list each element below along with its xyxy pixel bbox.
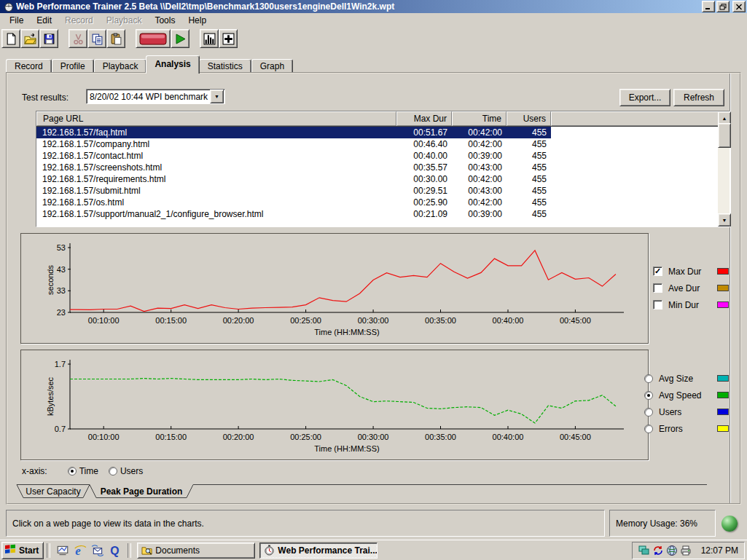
table-row[interactable]: 192.168.1.57/contact.html00:40.0000:39:0… — [36, 150, 551, 162]
table-row[interactable]: 192.168.1.57/screenshots.html00:35.5700:… — [36, 162, 551, 173]
dropdown-arrow-icon[interactable]: ▼ — [210, 90, 224, 103]
radio-time[interactable] — [68, 467, 77, 476]
play-button[interactable] — [171, 29, 189, 48]
ave-dur-color-swatch — [717, 285, 729, 291]
menu-help[interactable]: Help — [181, 14, 213, 27]
open-file-button[interactable] — [20, 29, 39, 48]
value-cell: 455 — [507, 208, 551, 220]
title-bar[interactable]: Web Performance Trainer 2.5 Beta \\Dell2… — [0, 0, 747, 13]
add-marker-icon — [222, 33, 235, 45]
new-document-button[interactable] — [1, 29, 20, 48]
taskbar-clock[interactable]: 12:07 PM — [701, 545, 738, 556]
svg-text:seconds: seconds — [46, 265, 55, 295]
checkbox-max-dur[interactable]: ✓ — [653, 267, 662, 276]
copy-button[interactable] — [87, 29, 106, 48]
table-row[interactable]: 192.168.1.57/support/manual2_1/configure… — [36, 208, 551, 220]
internet-explorer-icon[interactable]: e — [74, 544, 87, 557]
cut-button[interactable] — [69, 29, 87, 48]
checkbox-ave-dur[interactable] — [653, 283, 662, 293]
menu-tools[interactable]: Tools — [148, 14, 181, 27]
svg-text:00:25:00: 00:25:00 — [290, 433, 321, 441]
page-url-cell: 192.168.1.57/contact.html — [36, 150, 396, 162]
svg-text:00:20:00: 00:20:00 — [223, 433, 254, 441]
scroll-down-button[interactable]: ▼ — [718, 213, 731, 226]
column-header-users[interactable]: Users — [507, 111, 551, 126]
svg-text:00:10:00: 00:10:00 — [88, 316, 120, 325]
value-cell: 00:42:00 — [452, 138, 507, 150]
bottom-tab-peak-page-duration[interactable]: Peak Page Duration — [90, 485, 193, 498]
tab-graph[interactable]: Graph — [251, 59, 293, 74]
printer-icon[interactable] — [680, 545, 692, 556]
tab-playback[interactable]: Playback — [94, 59, 147, 74]
toolbar-gap — [125, 29, 136, 48]
add-marker-button[interactable] — [219, 29, 238, 48]
value-cell: 455 — [507, 162, 551, 173]
refresh-button[interactable]: Refresh — [673, 89, 724, 106]
radio-errors[interactable] — [644, 425, 653, 433]
radio-avg-speed[interactable] — [644, 391, 653, 400]
start-button[interactable]: Start — [1, 542, 44, 559]
column-header-page-url[interactable]: Page URL — [36, 111, 396, 126]
legend-item-errors: Errors — [644, 423, 729, 434]
table-row[interactable]: 192.168.1.57/os.html00:25.9000:42:00455 — [36, 197, 551, 208]
xaxis-label: x-axis: — [22, 466, 47, 476]
stop-record-button[interactable] — [136, 29, 171, 48]
bottom-tab-strip: User CapacityPeak Page Duration — [7, 480, 736, 503]
test-results-dropdown[interactable]: 8/20/02 10:44 WPI benchmark ▼ — [86, 89, 225, 104]
outlook-express-icon[interactable] — [91, 544, 104, 557]
taskbar-separator — [47, 543, 50, 558]
minimize-button[interactable] — [702, 1, 715, 12]
svg-text:00:40:00: 00:40:00 — [493, 316, 524, 325]
chart-button[interactable] — [200, 29, 219, 48]
column-header-time[interactable]: Time — [452, 111, 507, 126]
close-button[interactable] — [732, 1, 746, 12]
radio-dot — [71, 470, 74, 473]
restore-button[interactable] — [716, 1, 730, 12]
save-file-button[interactable] — [39, 29, 58, 48]
scrollbar-thumb[interactable] — [718, 123, 731, 148]
menu-edit[interactable]: Edit — [30, 14, 58, 27]
chart-plot: 2333435300:10:0000:15:0000:20:0000:25:00… — [21, 234, 646, 342]
radio-users[interactable] — [109, 467, 117, 476]
table-row[interactable]: 192.168.1.57/company.html00:46.4000:42:0… — [36, 138, 551, 150]
start-label: Start — [19, 545, 39, 556]
paste-button[interactable] — [106, 29, 125, 48]
globe-icon[interactable] — [666, 545, 678, 556]
column-header-max-dur[interactable]: Max Dur — [396, 111, 452, 126]
sync-icon[interactable] — [652, 545, 664, 556]
tab-analysis[interactable]: Analysis — [146, 55, 199, 74]
table-scrollbar[interactable]: ▲ ▼ — [718, 111, 730, 226]
task-button-label: Documents — [155, 545, 200, 556]
table-row[interactable]: 192.168.1.57/requirements.html00:30.0000… — [36, 173, 551, 185]
bottom-tab-user-capacity[interactable]: User Capacity — [17, 485, 90, 498]
value-cell: 00:40.00 — [396, 150, 452, 162]
checkbox-min-dur[interactable] — [653, 300, 662, 309]
show-desktop-icon[interactable] — [56, 544, 69, 557]
radio-avg-size[interactable] — [644, 374, 653, 383]
analysis-panel: Test results: 8/20/02 10:44 WPI benchmar… — [6, 72, 741, 505]
tab-record[interactable]: Record — [6, 59, 52, 74]
value-cell: 455 — [507, 127, 551, 138]
table-row[interactable]: 192.168.1.57/faq.html00:51.6700:42:00455 — [36, 127, 551, 138]
legend-label: Errors — [659, 424, 717, 434]
page-url-cell: 192.168.1.57/support/manual2_1/configure… — [36, 208, 396, 220]
xaxis-option-users[interactable]: Users — [109, 466, 143, 476]
users-color-swatch — [717, 409, 729, 415]
value-cell: 00:42:00 — [452, 173, 507, 185]
task-button-web-performance-trai[interactable]: Web Performance Trai... — [259, 543, 378, 559]
svg-text:00:35:00: 00:35:00 — [425, 316, 456, 325]
table-row[interactable]: 192.168.1.57/submit.html00:29.5100:43:00… — [36, 185, 551, 197]
legend-label: Min Dur — [668, 300, 717, 310]
task-button-documents[interactable]: Documents — [137, 543, 255, 559]
xaxis-option-time[interactable]: Time — [68, 466, 98, 476]
export-button[interactable]: Export... — [619, 89, 670, 106]
svg-text:00:20:00: 00:20:00 — [223, 316, 254, 325]
svg-text:Time (HH:MM:SS): Time (HH:MM:SS) — [314, 444, 379, 453]
open-file-icon — [24, 33, 36, 45]
quicktime-icon[interactable]: Q — [109, 544, 122, 557]
menu-file[interactable]: File — [3, 14, 30, 27]
tab-profile[interactable]: Profile — [52, 59, 94, 74]
radio-users[interactable] — [644, 408, 653, 417]
tab-statistics[interactable]: Statistics — [199, 59, 251, 74]
network-icon[interactable] — [638, 545, 650, 556]
